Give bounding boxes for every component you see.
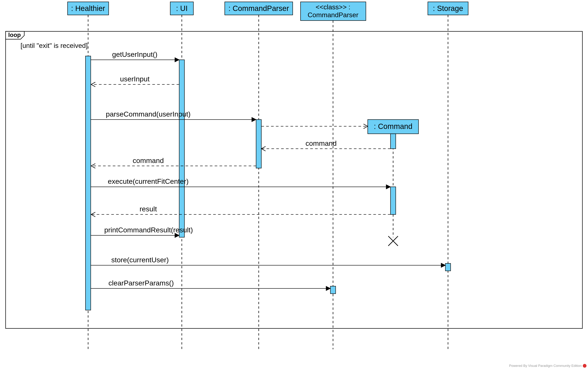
- loop-operator: loop: [8, 31, 21, 38]
- watermark: Powered By Visual Paradigm Community Edi…: [509, 364, 582, 368]
- msg-getuserinput: getUserInput(): [112, 50, 157, 58]
- lifeline-ui-label: : UI: [176, 4, 187, 12]
- lifeline-storage: : Storage: [428, 2, 468, 349]
- destruction-command: [388, 236, 398, 246]
- activation-command-execute: [391, 187, 396, 215]
- watermark-icon: [583, 364, 587, 368]
- activation-storage: [445, 263, 451, 271]
- msg-store: store(currentUser): [111, 256, 169, 264]
- msg-printcommandresult: printCommandResult(result): [104, 226, 193, 234]
- lifeline-command-label: : Command: [374, 122, 412, 131]
- msg-command-return1: command: [305, 139, 337, 147]
- lifeline-healthier-label: : Healthier: [71, 4, 105, 12]
- msg-parsecommand: parseCommand(userInput): [106, 110, 191, 118]
- lifeline-commandparser-class-stereotype: <<class>> :: [316, 3, 350, 11]
- activation-ui: [179, 60, 184, 237]
- lifeline-storage-label: : Storage: [433, 4, 463, 12]
- lifeline-commandparser-class-name: CommandParser: [308, 11, 358, 19]
- lifeline-commandparser-class: <<class>> : CommandParser: [300, 2, 366, 349]
- msg-result: result: [140, 205, 157, 213]
- msg-command-return2: command: [133, 156, 164, 164]
- svg-rect-10: [6, 31, 582, 328]
- activation-commandparser-class: [330, 286, 336, 294]
- sequence-diagram: : Healthier : UI : CommandParser <<class…: [0, 0, 588, 369]
- msg-execute: execute(currentFitCenter): [108, 177, 189, 185]
- msg-userinput: userInput: [120, 75, 150, 83]
- msg-clearparserparams: clearParserParams(): [108, 279, 174, 287]
- loop-fragment: loop [until "exit" is received]: [6, 31, 582, 328]
- activation-command-create: [391, 134, 396, 149]
- lifeline-commandparser: : CommandParser: [225, 2, 293, 349]
- activation-healthier: [86, 56, 91, 310]
- activation-commandparser: [256, 120, 261, 168]
- loop-guard: [until "exit" is received]: [21, 42, 88, 49]
- lifeline-commandparser-label: : CommandParser: [228, 4, 289, 12]
